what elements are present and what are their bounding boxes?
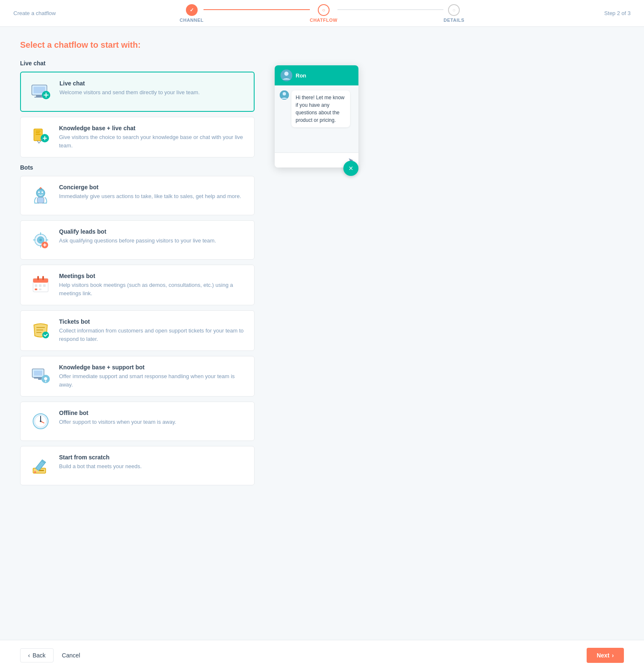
chat-body: Hi there! Let me know if you have any qu…: [275, 85, 358, 152]
svg-point-36: [42, 332, 49, 338]
main-content: Select a chatflow to start with: Live ch…: [0, 27, 644, 640]
next-label: Next: [597, 652, 609, 659]
chat-message-row: Hi there! Let me know if you have any qu…: [280, 90, 353, 127]
page-title: Select a chatflow to start with:: [20, 40, 255, 50]
tickets-bot-icon: [29, 318, 52, 342]
step-line-1: [204, 9, 309, 10]
kb-support-bot-title: Knowledge base + support bot: [59, 364, 246, 371]
qualify-leads-desc: Ask qualifying questions before passing …: [59, 237, 216, 245]
svg-rect-38: [34, 371, 42, 376]
concierge-bot-title: Concierge bot: [59, 184, 241, 191]
knowledge-live-text: Knowledge base + live chat Give visitors…: [59, 125, 246, 149]
kb-support-bot-text: Knowledge base + support bot Offer immed…: [59, 364, 246, 389]
live-chat-icon: [29, 80, 53, 103]
step-details: ○ DETAILS: [443, 4, 464, 23]
chat-message: Hi there! Let me know if you have any qu…: [291, 90, 350, 127]
back-button[interactable]: ‹ Back: [20, 648, 54, 662]
svg-rect-26: [37, 276, 39, 280]
option-meetings-bot[interactable]: Meetings bot Help visitors book meetings…: [20, 265, 255, 305]
chat-preview: Ron Hi there! Let me know if you have an…: [275, 65, 358, 168]
chat-agent-name: Ron: [296, 72, 306, 79]
scratch-bot-text: Start from scratch Build a bot that meet…: [59, 454, 142, 471]
option-concierge-bot[interactable]: Concierge bot Immediately give users act…: [20, 176, 255, 215]
kb-support-bot-icon: [29, 364, 52, 387]
create-chatflow-label: Create a chatflow: [13, 10, 56, 16]
bots-section: Bots Conc: [20, 164, 255, 485]
option-kb-support-bot[interactable]: Knowledge base + support bot Offer immed…: [20, 356, 255, 397]
option-qualify-leads[interactable]: Qualify leads bot Ask qualifying questio…: [20, 220, 255, 260]
svg-rect-28: [35, 284, 37, 287]
svg-rect-49: [39, 470, 44, 471]
offline-bot-icon: [29, 410, 52, 433]
step-channel-circle: ✓: [186, 4, 198, 16]
svg-rect-15: [37, 197, 44, 203]
scratch-bot-icon: [29, 454, 52, 477]
svg-point-14: [40, 187, 41, 189]
svg-rect-29: [39, 284, 41, 287]
live-chat-desc: Welcome visitors and send them directly …: [59, 88, 200, 97]
meetings-bot-desc: Help visitors book meetings (such as dem…: [59, 281, 246, 297]
meetings-bot-text: Meetings bot Help visitors book meetings…: [59, 273, 246, 297]
svg-point-18: [39, 239, 42, 241]
step-chatflow-label: CHATFLOW: [310, 18, 337, 23]
cancel-button[interactable]: Cancel: [60, 649, 82, 662]
option-offline-bot[interactable]: Offline bot Offer support to visitors wh…: [20, 402, 255, 441]
svg-point-42: [45, 381, 46, 382]
kb-support-bot-desc: Offer immediate support and smart respon…: [59, 372, 246, 389]
step-channel-label: CHANNEL: [180, 18, 204, 23]
back-chevron-icon: ‹: [28, 652, 30, 659]
svg-point-11: [38, 191, 40, 193]
tickets-bot-text: Tickets bot Collect information from cus…: [59, 318, 246, 343]
chat-close-button[interactable]: ×: [343, 161, 358, 176]
offline-bot-desc: Offer support to visitors when your team…: [59, 418, 176, 426]
svg-point-53: [283, 92, 286, 95]
stepper: ✓ CHANNEL ○ CHATFLOW ○ DETAILS: [180, 4, 464, 23]
svg-rect-25: [33, 278, 48, 283]
option-knowledge-live[interactable]: Knowledge base + live chat Give visitors…: [20, 117, 255, 157]
svg-rect-40: [38, 377, 41, 380]
svg-rect-30: [43, 284, 46, 287]
knowledge-live-title: Knowledge base + live chat: [59, 125, 246, 131]
svg-rect-27: [42, 276, 44, 280]
option-scratch-bot[interactable]: Start from scratch Build a bot that meet…: [20, 446, 255, 485]
section-live-chat-label: Live chat: [20, 60, 255, 67]
step-details-circle: ○: [448, 4, 460, 16]
svg-rect-2: [36, 95, 42, 97]
live-chat-text: Live chat Welcome visitors and send them…: [59, 80, 200, 97]
svg-rect-6: [36, 131, 41, 131]
tickets-bot-title: Tickets bot: [59, 318, 246, 325]
next-button[interactable]: Next ›: [587, 648, 624, 663]
offline-bot-title: Offline bot: [59, 410, 176, 416]
svg-rect-31: [35, 289, 37, 290]
page-title-text: Select a chatflow to start with:: [20, 40, 141, 49]
left-panel: Select a chatflow to start with: Live ch…: [20, 40, 255, 626]
option-live-chat[interactable]: Live chat Welcome visitors and send them…: [20, 72, 255, 112]
svg-point-12: [41, 191, 43, 193]
step-info: Step 2 of 3: [604, 10, 631, 16]
chat-window: Ron Hi there! Let me know if you have an…: [275, 65, 358, 168]
svg-point-47: [40, 420, 41, 422]
svg-rect-3: [34, 97, 44, 98]
concierge-bot-text: Concierge bot Immediately give users act…: [59, 184, 241, 201]
knowledge-live-desc: Give visitors the choice to search your …: [59, 133, 246, 149]
qualify-leads-text: Qualify leads bot Ask qualifying questio…: [59, 228, 216, 245]
step-channel: ✓ CHANNEL: [180, 4, 204, 23]
meetings-bot-icon: [29, 273, 52, 296]
step-chatflow: ○ CHATFLOW: [310, 4, 337, 23]
svg-rect-32: [39, 289, 41, 290]
next-chevron-icon: ›: [612, 652, 614, 659]
svg-point-10: [36, 189, 45, 197]
concierge-bot-desc: Immediately give users actions to take, …: [59, 192, 241, 201]
offline-bot-text: Offline bot Offer support to visitors wh…: [59, 410, 176, 426]
step-details-label: DETAILS: [443, 18, 464, 23]
svg-rect-8: [36, 134, 41, 135]
chat-agent-avatar-sm: [280, 90, 289, 100]
svg-point-51: [284, 72, 289, 76]
svg-rect-7: [36, 132, 40, 133]
step-line-2: [337, 9, 443, 10]
scratch-bot-title: Start from scratch: [59, 454, 142, 461]
step-chatflow-circle: ○: [318, 4, 330, 16]
meetings-bot-title: Meetings bot: [59, 273, 246, 279]
option-tickets-bot[interactable]: Tickets bot Collect information from cus…: [20, 310, 255, 351]
live-chat-title: Live chat: [59, 80, 200, 87]
